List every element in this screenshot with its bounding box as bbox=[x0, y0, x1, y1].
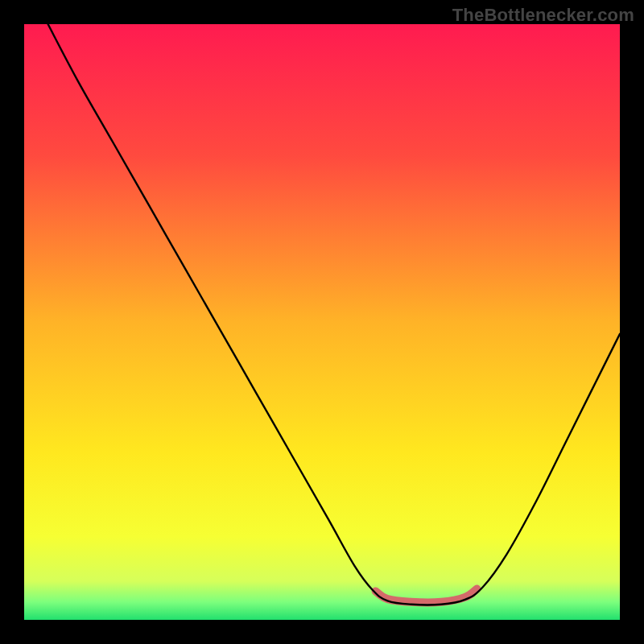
plot-area bbox=[24, 24, 620, 620]
gradient-background bbox=[24, 24, 620, 620]
bottleneck-chart bbox=[24, 24, 620, 620]
watermark-text: TheBottlenecker.com bbox=[452, 5, 634, 26]
chart-frame: TheBottlenecker.com bbox=[0, 0, 644, 644]
